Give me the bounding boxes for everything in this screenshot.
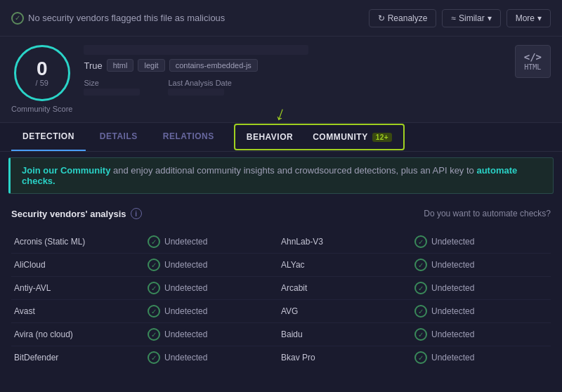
vendor-status-2: ✓ Undetected [414,282,548,294]
vendor-name-2: Baidu [281,329,414,339]
score-wrapper: 0 / 59 Community Score [11,45,72,114]
vendor-name-2: AVG [281,306,414,316]
vendor-status: ✓ Undetected [148,282,281,294]
vendor-status-text-2: Undetected [431,237,474,247]
file-details: True html legit contains-embedded-js Siz… [84,45,503,96]
info-icon[interactable]: i [131,208,142,219]
tab-community[interactable]: COMMUNITY 12+ [303,128,402,146]
top-bar: ✓ No security vendors flagged this file … [0,0,562,37]
check-icon-2: ✓ [414,305,427,318]
vendor-status-2: ✓ Undetected [414,259,548,271]
check-icon-2: ✓ [414,235,427,248]
size-value-bar [84,89,140,96]
tab-behavior[interactable]: BEHAVIOR [237,128,303,146]
more-label: More [516,13,535,23]
join-community-link[interactable]: Join our Community [22,165,110,176]
vendor-status-text-2: Undetected [431,329,474,339]
more-button[interactable]: More ▾ [507,9,551,27]
vendor-name: Acronis (Static ML) [14,237,148,247]
vendor-status: ✓ Undetected [148,328,281,341]
tab-relations[interactable]: RELATIONS [152,123,226,151]
banner-mid-text: and enjoy additional community insights … [113,165,476,176]
size-meta: Size [84,79,140,96]
similar-icon: ≈ [451,13,456,23]
tag-html[interactable]: html [107,59,134,72]
status-message: ✓ No security vendors flagged this file … [11,12,369,25]
vendor-status-text-2: Undetected [431,283,474,293]
vendor-status-text: Undetected [164,283,207,293]
vendor-status-2: ✓ Undetected [414,328,548,341]
html-badge: </> HTML [515,45,551,78]
vendor-name-2: Arcabit [281,283,414,293]
check-icon-2: ✓ [414,351,427,364]
vendor-status-text-2: Undetected [431,353,474,362]
score-number: 0 [37,59,48,79]
vendor-name: BitDefender [14,353,148,362]
check-icon: ✓ [148,259,160,271]
top-actions: ↻ Reanalyze ≈ Similar ▾ More ▾ [369,9,551,27]
analysis-title-text: Security vendors' analysis [11,209,126,219]
vendor-status-text-2: Undetected [431,306,474,316]
tag-embedded-js[interactable]: contains-embedded-js [169,59,258,72]
tab-community-badge: 12+ [372,133,392,142]
table-row: Avast ✓ Undetected AVG ✓ Undetected [11,300,551,323]
vendor-status-text: Undetected [164,353,207,362]
table-row: BitDefender ✓ Undetected Bkav Pro ✓ Unde… [11,346,551,369]
community-banner: Join our Community and enjoy additional … [8,157,554,194]
vendor-status-2: ✓ Undetected [414,305,548,318]
date-value-bar [168,89,224,96]
vendor-status-text-2: Undetected [431,260,474,270]
html-badge-symbol: </> [524,51,542,63]
reanalyze-icon: ↻ [378,13,385,23]
tag-legit[interactable]: legit [138,59,164,72]
vendor-status-2: ✓ Undetected [414,235,548,248]
status-icon: ✓ [11,12,24,25]
table-row: Acronis (Static ML) ✓ Undetected AhnLab-… [11,230,551,254]
status-text: No security vendors flagged this file as… [28,13,225,23]
check-icon: ✓ [148,235,160,248]
table-row: Antiy-AVL ✓ Undetected Arcabit ✓ Undetec… [11,277,551,300]
autocheck-prompt: Do you want to automate checks? [424,209,551,218]
tab-detection[interactable]: DETECTION [11,123,86,151]
file-meta: Size Last Analysis Date [84,79,503,96]
file-type-label: True [84,60,102,71]
vendor-name: Avast [14,306,148,316]
vendor-status: ✓ Undetected [148,305,281,318]
analysis-header: Security vendors' analysis i Do you want… [11,205,551,222]
check-icon-2: ✓ [414,282,427,294]
vendor-name: Avira (no cloud) [14,329,148,339]
tab-community-label: COMMUNITY [313,132,368,142]
file-url-bar [84,45,308,55]
html-badge-label: HTML [524,63,541,72]
size-label: Size [84,79,140,87]
check-icon: ✓ [148,282,160,294]
vendor-name-2: Bkav Pro [281,353,414,362]
check-icon: ✓ [148,351,160,364]
vendor-status: ✓ Undetected [148,259,281,271]
score-circle: 0 / 59 [14,45,70,101]
vendor-name: AliCloud [14,260,148,270]
date-label: Last Analysis Date [168,79,232,87]
date-meta: Last Analysis Date [168,79,232,96]
chevron-down-icon: ▾ [488,13,492,23]
analysis-title: Security vendors' analysis i [11,208,142,219]
reanalyze-button[interactable]: ↻ Reanalyze [369,9,437,27]
check-icon-2: ✓ [414,259,427,271]
similar-button[interactable]: ≈ Similar ▾ [442,9,500,27]
vendor-name-2: ALYac [281,260,414,270]
community-score-label: Community Score [11,104,72,114]
highlighted-tabs-group: ↓ BEHAVIOR COMMUNITY 12+ [234,124,405,150]
similar-label: Similar [459,13,485,23]
reanalyze-label: Reanalyze [388,13,428,23]
check-icon: ✓ [148,305,160,318]
table-row: AliCloud ✓ Undetected ALYac ✓ Undetected [11,254,551,277]
vendor-status: ✓ Undetected [148,351,281,364]
vendor-status-2: ✓ Undetected [414,351,548,364]
file-type-row: True html legit contains-embedded-js [84,59,503,72]
chevron-down-icon: ▾ [537,13,542,23]
vendor-status: ✓ Undetected [148,235,281,248]
vendor-status-text: Undetected [164,329,207,339]
vendor-status-text: Undetected [164,306,207,316]
tabs-bar: DETECTION DETAILS RELATIONS ↓ BEHAVIOR C… [0,123,562,152]
tab-details[interactable]: DETAILS [89,123,149,151]
